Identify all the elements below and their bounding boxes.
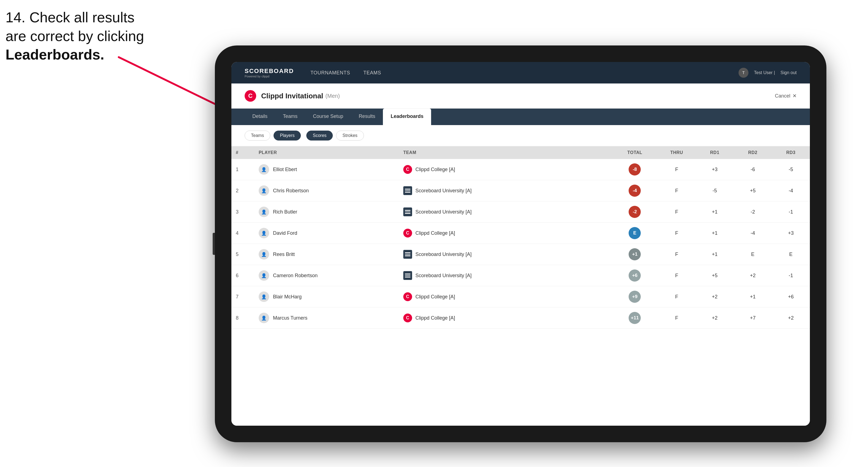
filter-scores[interactable]: Scores: [306, 131, 333, 141]
cell-team: CClippd College [A]: [399, 308, 612, 329]
cell-total: +6: [612, 265, 658, 286]
score-badge: -4: [629, 185, 641, 197]
top-navigation: SCOREBOARD Powered by clippd TOURNAMENTS…: [231, 62, 810, 84]
logo-subtitle: Powered by clippd: [245, 75, 294, 78]
user-label: Test User |: [754, 70, 775, 75]
sub-navigation: Details Teams Course Setup Results Leade…: [231, 108, 810, 125]
instruction-line1: 14. Check all results: [5, 9, 134, 25]
table-row: 1👤Elliot EbertCClippd College [A]-8F+3-6…: [231, 159, 810, 180]
team-icon-c: C: [403, 165, 412, 174]
col-header-rd1: RD1: [696, 146, 734, 159]
cell-team: Scoreboard University [A]: [399, 244, 612, 265]
cell-rd2: -4: [734, 223, 772, 244]
cell-thru: F: [657, 223, 695, 244]
cell-thru: F: [657, 159, 695, 180]
cell-rd1: +1: [696, 244, 734, 265]
cell-rd1: +5: [696, 265, 734, 286]
cell-rd2: -6: [734, 159, 772, 180]
logo-area: SCOREBOARD Powered by clippd: [245, 67, 294, 78]
cell-rd1: +2: [696, 286, 734, 308]
cell-rd1: -5: [696, 180, 734, 201]
team-icon-sq: [403, 271, 412, 280]
team-icon-c: C: [403, 292, 412, 301]
cell-player: 👤Rich Butler: [254, 201, 399, 223]
tab-teams[interactable]: Teams: [275, 108, 305, 125]
cell-thru: F: [657, 180, 695, 201]
cell-player: 👤Cameron Robertson: [254, 265, 399, 286]
cell-player: 👤Rees Britt: [254, 244, 399, 265]
filter-teams[interactable]: Teams: [245, 131, 270, 141]
cell-rd2: +7: [734, 308, 772, 329]
player-avatar: 👤: [259, 164, 269, 175]
cell-total: +9: [612, 286, 658, 308]
instruction-line2: are correct by clicking: [5, 28, 144, 44]
tournament-icon: C: [245, 90, 256, 102]
cell-total: E: [612, 223, 658, 244]
table-row: 6👤Cameron RobertsonScoreboard University…: [231, 265, 810, 286]
logo-text: SCOREBOARD: [245, 67, 294, 75]
cell-rd2: +2: [734, 265, 772, 286]
cell-rd3: +2: [772, 308, 810, 329]
cell-thru: F: [657, 308, 695, 329]
tournament-header: C Clippd Invitational (Men) Cancel ✕: [231, 84, 810, 108]
tab-course-setup[interactable]: Course Setup: [305, 108, 351, 125]
score-badge: +9: [629, 291, 641, 303]
cell-thru: F: [657, 244, 695, 265]
cell-rd2: E: [734, 244, 772, 265]
cell-team: CClippd College [A]: [399, 159, 612, 180]
team-icon-c: C: [403, 314, 412, 322]
cell-rd2: +1: [734, 286, 772, 308]
cell-rank: 3: [231, 201, 254, 223]
cell-rank: 1: [231, 159, 254, 180]
player-avatar: 👤: [259, 270, 269, 281]
cell-player: 👤Marcus Turners: [254, 308, 399, 329]
col-header-thru: THRU: [657, 146, 695, 159]
tab-leaderboards[interactable]: Leaderboards: [383, 108, 431, 125]
tournament-title: Clippd Invitational: [261, 92, 323, 100]
player-avatar: 👤: [259, 228, 269, 238]
cell-total: -4: [612, 180, 658, 201]
table-row: 4👤David FordCClippd College [A]EF+1-4+3: [231, 223, 810, 244]
team-icon-sq: [403, 208, 412, 216]
player-avatar: 👤: [259, 185, 269, 196]
cell-thru: F: [657, 201, 695, 223]
cell-rank: 5: [231, 244, 254, 265]
tab-results[interactable]: Results: [351, 108, 383, 125]
leaderboard-table: # PLAYER TEAM TOTAL THRU RD1 RD2 RD3 1👤E…: [231, 146, 810, 426]
cell-rank: 7: [231, 286, 254, 308]
cell-rd1: +1: [696, 223, 734, 244]
score-badge: E: [629, 227, 641, 239]
tab-details[interactable]: Details: [245, 108, 275, 125]
cell-rd2: -2: [734, 201, 772, 223]
col-header-rd3: RD3: [772, 146, 810, 159]
cell-rd3: -5: [772, 159, 810, 180]
nav-tournaments[interactable]: TOURNAMENTS: [310, 70, 350, 76]
cell-rd3: E: [772, 244, 810, 265]
cell-team: Scoreboard University [A]: [399, 180, 612, 201]
filter-players[interactable]: Players: [274, 131, 301, 141]
filter-strokes[interactable]: Strokes: [336, 131, 364, 141]
team-icon-sq: [403, 250, 412, 259]
cell-player: 👤David Ford: [254, 223, 399, 244]
cell-rank: 4: [231, 223, 254, 244]
cell-team: Scoreboard University [A]: [399, 201, 612, 223]
tablet-side-button: [213, 233, 215, 255]
cell-rd2: +5: [734, 180, 772, 201]
nav-teams[interactable]: TEAMS: [363, 70, 381, 76]
col-header-player: PLAYER: [254, 146, 399, 159]
cell-team: Scoreboard University [A]: [399, 265, 612, 286]
cell-rank: 2: [231, 180, 254, 201]
cell-rd1: +1: [696, 201, 734, 223]
cell-team: CClippd College [A]: [399, 223, 612, 244]
tournament-gender: (Men): [325, 93, 340, 99]
table-row: 7👤Blair McHargCClippd College [A]+9F+2+1…: [231, 286, 810, 308]
sign-out-link[interactable]: Sign out: [780, 70, 797, 75]
cell-rank: 8: [231, 308, 254, 329]
col-header-rd2: RD2: [734, 146, 772, 159]
player-avatar: 👤: [259, 313, 269, 323]
col-header-total: TOTAL: [612, 146, 658, 159]
cancel-button[interactable]: Cancel ✕: [775, 93, 797, 99]
instruction-text: 14. Check all results are correct by cli…: [5, 8, 144, 64]
table-header-row: # PLAYER TEAM TOTAL THRU RD1 RD2 RD3: [231, 146, 810, 159]
player-avatar: 👤: [259, 249, 269, 259]
